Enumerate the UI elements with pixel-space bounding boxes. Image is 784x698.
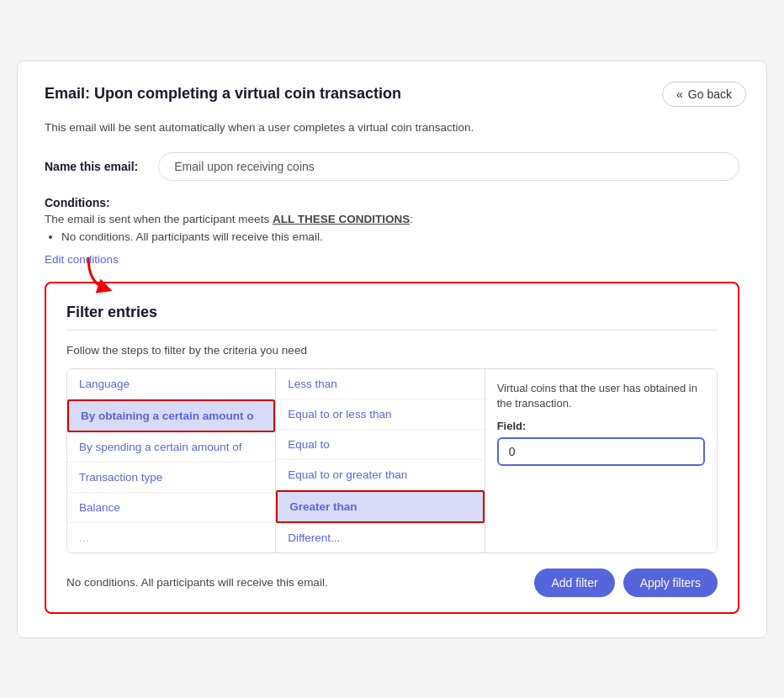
filter-col-1: Language By obtaining a certain amount o… [67, 369, 276, 553]
filter-footer: No conditions. All participants will rec… [66, 568, 718, 597]
filter-item-different[interactable]: Different... [276, 523, 484, 553]
filter-col-right: Virtual coins that the user has obtained… [485, 369, 717, 553]
filter-title: Filter entries [66, 304, 718, 321]
conditions-title: Conditions: [45, 196, 739, 209]
right-description: Virtual coins that the user has obtained… [497, 381, 705, 411]
filter-item-more1[interactable]: ... [67, 523, 275, 553]
filter-col-2: Less than Equal to or less than Equal to… [276, 369, 485, 553]
conditions-description: The email is sent when the participant m… [45, 213, 739, 225]
conditions-list-item: No conditions. All participants will rec… [61, 230, 739, 243]
footer-buttons: Add filter Apply filters [534, 568, 718, 597]
filter-item-balance[interactable]: Balance [67, 493, 275, 523]
arrow-indicator [80, 253, 122, 299]
filter-box: Filter entries Follow the steps to filte… [45, 282, 739, 614]
filter-divider [66, 330, 718, 330]
conditions-section: Conditions: The email is sent when the p… [45, 196, 739, 267]
name-label: Name this email: [45, 160, 138, 173]
go-back-button[interactable]: « Go back [662, 82, 746, 107]
no-conditions-text: No conditions. All participants will rec… [66, 576, 328, 589]
filter-item-equal-less[interactable]: Equal to or less than [276, 399, 484, 430]
filter-item-obtaining[interactable]: By obtaining a certain amount o [67, 399, 275, 432]
main-card: Email: Upon completing a virtual coin tr… [17, 61, 767, 638]
go-back-label: Go back [688, 87, 732, 101]
apply-filters-button[interactable]: Apply filters [623, 568, 718, 597]
filter-item-greater-than[interactable]: Greater than [276, 490, 484, 523]
conditions-desc-prefix: The email is sent when the participant m… [45, 213, 273, 225]
subtitle-text: This email will be sent automatically wh… [45, 121, 739, 134]
field-input[interactable] [497, 437, 705, 466]
conditions-highlight: ALL THESE CONDITIONS [273, 213, 410, 225]
field-label: Field: [497, 420, 705, 432]
chevron-left-icon: « [676, 87, 683, 101]
filter-item-transaction-type[interactable]: Transaction type [67, 463, 275, 493]
name-input[interactable] [158, 152, 739, 181]
filter-subtitle: Follow the steps to filter by the criter… [66, 344, 718, 357]
filter-item-language[interactable]: Language [67, 369, 275, 399]
arrow-svg [80, 253, 122, 295]
filter-item-equal-to[interactable]: Equal to [276, 430, 484, 460]
name-email-row: Name this email: [45, 152, 739, 181]
filter-item-less-than[interactable]: Less than [276, 369, 484, 399]
page-title: Email: Upon completing a virtual coin tr… [45, 85, 401, 103]
filter-item-spending[interactable]: By spending a certain amount of [67, 432, 275, 463]
conditions-list: No conditions. All participants will rec… [61, 230, 739, 243]
filter-item-equal-greater[interactable]: Equal to or greater than [276, 460, 484, 490]
conditions-desc-suffix: : [410, 213, 413, 225]
add-filter-button[interactable]: Add filter [534, 568, 614, 597]
filter-columns: Language By obtaining a certain amount o… [66, 368, 718, 553]
